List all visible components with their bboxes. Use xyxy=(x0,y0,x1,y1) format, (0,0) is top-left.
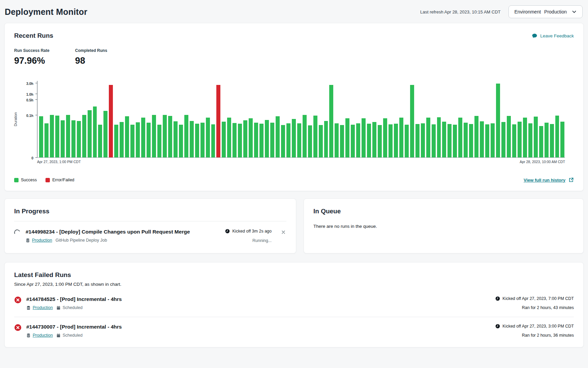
run-bar-success[interactable] xyxy=(254,123,258,157)
leave-feedback-link[interactable]: Leave Feedback xyxy=(532,33,574,39)
run-bar-success[interactable] xyxy=(222,122,226,157)
run-bar-success[interactable] xyxy=(136,122,140,157)
run-bar-success[interactable] xyxy=(464,123,468,157)
run-bar-success[interactable] xyxy=(93,106,97,157)
run-bar-success[interactable] xyxy=(437,117,441,157)
run-bar-success[interactable] xyxy=(335,123,339,157)
run-bar-success[interactable] xyxy=(372,122,376,158)
run-bar-success[interactable] xyxy=(545,123,549,157)
run-bar-success[interactable] xyxy=(190,121,194,157)
run-bar-success[interactable] xyxy=(539,126,543,157)
run-bar-success[interactable] xyxy=(206,118,210,157)
run-bar-success[interactable] xyxy=(130,125,134,157)
run-bar-success[interactable] xyxy=(319,125,323,157)
run-bar-success[interactable] xyxy=(211,124,215,157)
run-bar-success[interactable] xyxy=(410,85,414,157)
run-bar-success[interactable] xyxy=(39,116,43,157)
run-bar-failed[interactable] xyxy=(109,85,113,157)
run-bar-success[interactable] xyxy=(98,125,102,157)
run-bar-success[interactable] xyxy=(276,116,280,157)
run-bar-success[interactable] xyxy=(432,124,436,157)
run-bar-success[interactable] xyxy=(378,125,382,157)
run-bar-success[interactable] xyxy=(125,116,129,157)
run-bar-success[interactable] xyxy=(141,118,145,157)
run-bar-success[interactable] xyxy=(270,123,274,157)
view-full-run-history-link[interactable]: View full run history xyxy=(524,177,574,183)
run-bar-success[interactable] xyxy=(200,123,205,157)
run-bar-success[interactable] xyxy=(523,118,527,157)
run-bar-success[interactable] xyxy=(442,122,446,157)
run-bar-success[interactable] xyxy=(71,120,75,157)
run-bar-success[interactable] xyxy=(340,125,344,157)
run-bar-success[interactable] xyxy=(329,85,333,157)
run-bar-success[interactable] xyxy=(238,124,242,157)
run-bar-success[interactable] xyxy=(555,116,559,157)
run-bar-success[interactable] xyxy=(394,124,398,157)
run-bar-success[interactable] xyxy=(501,122,505,157)
run-bar-success[interactable] xyxy=(66,115,70,157)
run-bar-success[interactable] xyxy=(77,121,81,157)
run-bar-success[interactable] xyxy=(426,118,430,157)
run-bar-success[interactable] xyxy=(496,84,500,157)
run-bar-success[interactable] xyxy=(44,123,49,157)
run-bar-success[interactable] xyxy=(174,121,178,157)
run-bar-success[interactable] xyxy=(265,120,269,157)
run-bar-success[interactable] xyxy=(453,125,457,157)
environment-link[interactable]: Production xyxy=(33,305,53,310)
run-bar-success[interactable] xyxy=(184,115,188,157)
run-bar-success[interactable] xyxy=(351,125,355,157)
run-bar-success[interactable] xyxy=(303,115,307,157)
run-bar-success[interactable] xyxy=(362,118,366,157)
run-bar-success[interactable] xyxy=(152,115,156,157)
run-bar-success[interactable] xyxy=(447,124,452,157)
run-bar-success[interactable] xyxy=(469,124,473,157)
run-bar-success[interactable] xyxy=(383,118,387,157)
run-bar-success[interactable] xyxy=(458,118,462,157)
run-bar-success[interactable] xyxy=(281,125,285,158)
run-bar-success[interactable] xyxy=(507,116,511,157)
run-bar-success[interactable] xyxy=(227,118,231,157)
run-bar-success[interactable] xyxy=(243,120,247,157)
run-bar-success[interactable] xyxy=(491,123,495,157)
run-bar-success[interactable] xyxy=(88,110,92,157)
run-bar-success[interactable] xyxy=(345,118,349,157)
run-bar-success[interactable] xyxy=(399,118,403,157)
run-bar-success[interactable] xyxy=(421,123,425,157)
run-bar-success[interactable] xyxy=(292,119,296,158)
environment-link[interactable]: Production xyxy=(33,333,53,338)
environment-link[interactable]: Production xyxy=(32,238,52,243)
run-bar-success[interactable] xyxy=(324,121,328,157)
run-bar-success[interactable] xyxy=(313,116,317,157)
run-bar-success[interactable] xyxy=(114,125,118,157)
run-bar-success[interactable] xyxy=(55,116,59,157)
run-bar-success[interactable] xyxy=(297,123,301,157)
run-bar-success[interactable] xyxy=(534,117,538,157)
close-icon[interactable] xyxy=(280,229,286,235)
run-bar-success[interactable] xyxy=(308,125,312,157)
run-bar-success[interactable] xyxy=(367,124,371,157)
run-bar-success[interactable] xyxy=(415,124,420,157)
run-bar-success[interactable] xyxy=(560,122,564,157)
run-bar-success[interactable] xyxy=(163,115,167,157)
run-bar-success[interactable] xyxy=(389,124,393,157)
run-bar-success[interactable] xyxy=(249,118,253,157)
run-bar-success[interactable] xyxy=(356,123,360,157)
run-bar-success[interactable] xyxy=(286,123,290,157)
run-bar-success[interactable] xyxy=(259,124,264,157)
run-bar-failed[interactable] xyxy=(216,85,220,157)
run-bar-success[interactable] xyxy=(474,116,478,157)
run-bar-success[interactable] xyxy=(82,115,86,157)
run-bar-success[interactable] xyxy=(233,123,237,157)
run-bar-success[interactable] xyxy=(168,116,172,157)
run-bar-success[interactable] xyxy=(147,123,151,157)
run-bar-success[interactable] xyxy=(120,122,124,158)
run-bar-success[interactable] xyxy=(405,125,409,157)
run-bar-success[interactable] xyxy=(528,123,532,157)
environment-dropdown[interactable]: Environment Production xyxy=(508,5,583,18)
run-bar-success[interactable] xyxy=(480,121,484,157)
run-bar-success[interactable] xyxy=(103,111,107,157)
run-bar-success[interactable] xyxy=(485,124,489,157)
run-bar-success[interactable] xyxy=(179,125,183,157)
run-bar-success[interactable] xyxy=(157,125,161,157)
run-bar-success[interactable] xyxy=(518,122,522,157)
